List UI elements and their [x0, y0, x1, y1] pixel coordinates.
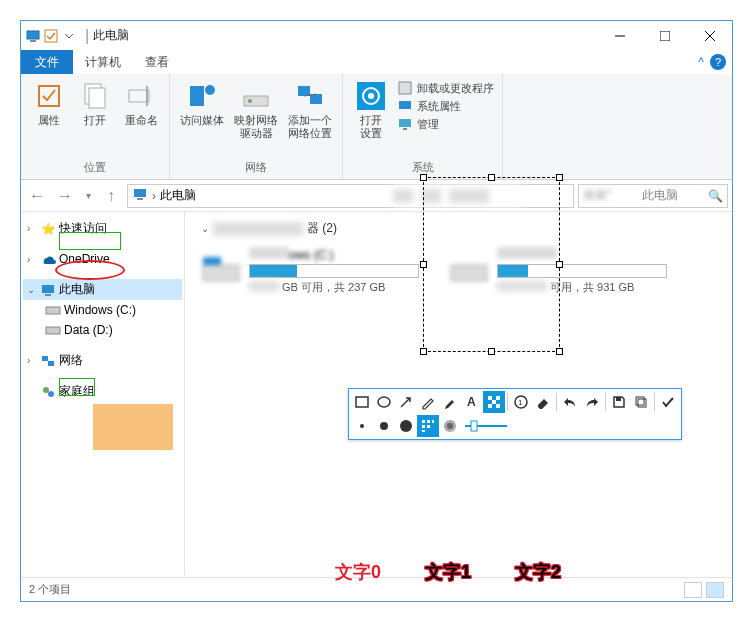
properties-button[interactable]: 属性	[29, 78, 69, 158]
svg-rect-2	[45, 30, 57, 42]
open-settings-button[interactable]: 打开 设置	[351, 78, 391, 158]
brush-size-small[interactable]	[351, 415, 373, 437]
tool-undo[interactable]	[559, 391, 581, 413]
tab-file[interactable]: 文件	[21, 50, 73, 74]
svg-rect-51	[636, 397, 644, 405]
brush-size-large[interactable]	[395, 415, 417, 437]
svg-rect-22	[399, 82, 411, 94]
svg-rect-32	[42, 356, 48, 361]
svg-rect-23	[399, 101, 411, 109]
view-tiles-button[interactable]	[706, 582, 724, 598]
svg-rect-44	[496, 396, 500, 400]
tree-this-pc[interactable]: ⌄此电脑	[23, 279, 182, 300]
svg-rect-57	[427, 420, 430, 423]
help-icon[interactable]: ?	[710, 54, 726, 70]
tool-text[interactable]: A	[461, 391, 483, 413]
item-count: 2 个项目	[29, 582, 71, 597]
drive-d[interactable]: 可用，共 931 GB	[449, 247, 667, 295]
drive-icon	[449, 255, 489, 287]
svg-rect-25	[403, 128, 407, 130]
tool-pen[interactable]	[417, 391, 439, 413]
mosaic-style-blur[interactable]	[439, 415, 461, 437]
minimize-button[interactable]	[597, 21, 642, 50]
group-header[interactable]: ⌄ 器 (2)	[201, 220, 716, 237]
tool-redo[interactable]	[581, 391, 603, 413]
pc-icon	[25, 28, 41, 44]
rename-button[interactable]: 重命名	[121, 78, 161, 158]
address-bar[interactable]: › 此电脑	[127, 184, 574, 208]
pc-icon	[40, 282, 56, 298]
svg-rect-26	[134, 189, 146, 197]
tree-homegroup[interactable]: 家庭组	[23, 381, 182, 402]
tool-counter[interactable]: 1	[510, 391, 532, 413]
cloud-icon	[40, 251, 56, 267]
tool-save[interactable]	[608, 391, 630, 413]
mosaic-slider[interactable]	[461, 415, 511, 437]
drive-c[interactable]: ows (C:) GB 可用，共 237 GB	[201, 247, 419, 295]
svg-point-40	[378, 397, 390, 407]
system-properties-item[interactable]: 系统属性	[397, 98, 494, 114]
tab-view[interactable]: 查看	[133, 50, 181, 74]
svg-rect-61	[422, 430, 425, 432]
tab-computer[interactable]: 计算机	[73, 50, 133, 74]
manage-item[interactable]: 管理	[397, 116, 494, 132]
brush-size-medium[interactable]	[373, 415, 395, 437]
title-separator: |	[85, 27, 89, 45]
svg-point-21	[368, 93, 374, 99]
svg-point-35	[48, 391, 54, 397]
maximize-button[interactable]	[642, 21, 687, 50]
search-input[interactable]: 搜索" 此电脑 🔍	[578, 184, 728, 208]
capacity-bar	[249, 264, 419, 278]
tool-arrow[interactable]	[395, 391, 417, 413]
svg-rect-29	[45, 294, 51, 296]
star-icon: ⭐	[40, 221, 56, 237]
svg-rect-46	[488, 404, 492, 408]
group-network-label: 网络	[178, 158, 334, 179]
network-icon	[40, 353, 56, 369]
uninstall-programs-item[interactable]: 卸载或更改程序	[397, 80, 494, 96]
tool-ellipse[interactable]	[373, 391, 395, 413]
tree-drive-c[interactable]: Windows (C:)	[23, 300, 182, 320]
explorer-window: | 此电脑 文件 计算机 查看 ^ ? 属性 打开	[20, 20, 733, 602]
group-location-label: 位置	[29, 158, 161, 179]
svg-rect-59	[422, 425, 425, 428]
annotation-toolbar: A 1	[348, 388, 682, 440]
ribbon-tabs: 文件 计算机 查看 ^ ?	[21, 50, 732, 74]
view-details-button[interactable]	[684, 582, 702, 598]
tree-drive-d[interactable]: Data (D:)	[23, 320, 182, 340]
checkbox-icon[interactable]	[43, 28, 59, 44]
map-drive-button[interactable]: 映射网络 驱动器	[232, 78, 280, 158]
qat-dropdown-icon[interactable]	[61, 28, 77, 44]
homegroup-icon	[40, 384, 56, 400]
tool-confirm[interactable]	[657, 391, 679, 413]
tool-eraser[interactable]	[532, 391, 554, 413]
address-crumb[interactable]: 此电脑	[160, 187, 196, 204]
nav-up-button[interactable]: ↑	[99, 184, 123, 208]
access-media-button[interactable]: 访问媒体	[178, 78, 226, 158]
svg-rect-27	[137, 198, 143, 200]
svg-rect-1	[30, 40, 36, 42]
svg-rect-37	[203, 257, 221, 265]
close-button[interactable]	[687, 21, 732, 50]
svg-point-54	[380, 422, 388, 430]
nav-back-button[interactable]: ←	[25, 184, 49, 208]
svg-text:A: A	[467, 395, 476, 409]
tool-copy[interactable]	[630, 391, 652, 413]
quick-access-toolbar	[21, 28, 81, 44]
open-button[interactable]: 打开	[75, 78, 115, 158]
nav-forward-button[interactable]: →	[53, 184, 77, 208]
add-network-location-button[interactable]: 添加一个 网络位置	[286, 78, 334, 158]
annotation-rectangle	[59, 232, 121, 250]
ribbon-collapse-icon[interactable]: ^	[698, 55, 704, 69]
search-icon: 🔍	[708, 189, 723, 203]
tool-rectangle[interactable]	[351, 391, 373, 413]
svg-rect-17	[310, 94, 322, 104]
tool-mosaic[interactable]	[483, 391, 505, 413]
tree-network[interactable]: ›网络	[23, 350, 182, 371]
nav-recent-dropdown[interactable]: ▾	[81, 184, 95, 208]
svg-point-15	[248, 99, 252, 103]
svg-rect-14	[244, 96, 268, 106]
annotation-fill	[93, 404, 173, 450]
mosaic-style-pixel[interactable]	[417, 415, 439, 437]
tool-marker[interactable]	[439, 391, 461, 413]
